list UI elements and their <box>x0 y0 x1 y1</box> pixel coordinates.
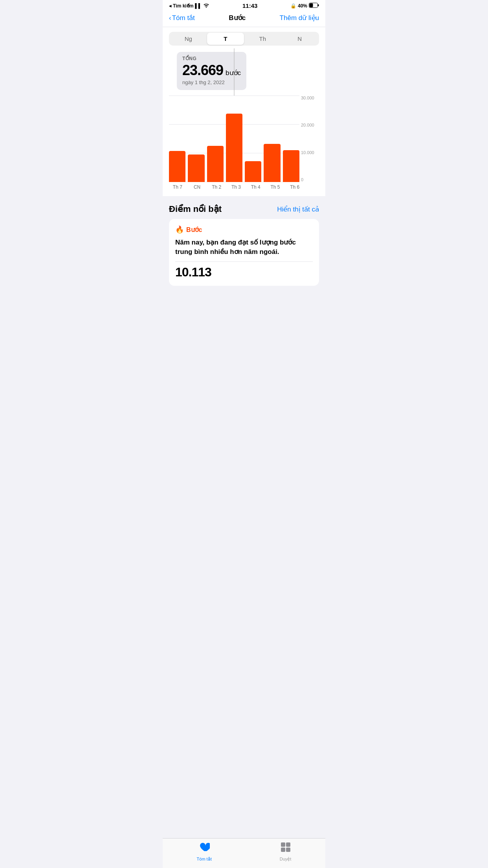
tooltip-number: 23.669 <box>182 62 223 79</box>
x-label-th5: Th 5 <box>267 184 284 190</box>
x-label-th4: Th 4 <box>247 184 264 190</box>
lock-icon: 🔒 <box>290 3 296 9</box>
tooltip-date: ngày 1 thg 2, 2022 <box>182 79 241 85</box>
bar-th3 <box>226 114 242 182</box>
status-right: 🔒 40% <box>290 3 319 9</box>
highlights-title: Điểm nổi bật <box>169 204 222 214</box>
bar-group-th3[interactable] <box>226 96 242 182</box>
bar-group-th7[interactable] <box>169 96 185 182</box>
page-content: Ng T Th N TỔNG 23.669 bước ngày 1 thg 2,… <box>163 27 325 317</box>
signal-icon: ▌▌ <box>195 3 202 9</box>
svg-rect-1 <box>318 4 319 6</box>
x-label-th6: Th 6 <box>286 184 303 190</box>
bar-th6 <box>283 150 299 182</box>
battery-percent: 40% <box>298 3 307 9</box>
status-carrier: Tìm kiếm <box>173 3 193 9</box>
show-all-button[interactable]: Hiển thị tất cả <box>277 205 319 213</box>
tooltip-label: TỔNG <box>182 56 241 61</box>
period-tabs: Ng T Th N <box>169 32 319 46</box>
bar-th5 <box>264 144 280 182</box>
svg-rect-2 <box>310 3 313 7</box>
bar-group-th6[interactable] <box>283 96 299 182</box>
wifi-icon <box>203 3 209 9</box>
highlights-section: Điểm nổi bật Hiển thị tất cả 🔥 Bước Năm … <box>163 196 325 286</box>
bars-wrapper <box>169 96 299 182</box>
bar-th7 <box>169 151 185 182</box>
status-left: ◂ Tìm kiếm ▌▌ <box>169 3 209 9</box>
bar-group-th5[interactable] <box>264 96 280 182</box>
y-label-20000: 20.000 <box>301 123 319 127</box>
tab-t[interactable]: T <box>207 33 244 45</box>
chart-tooltip: TỔNG 23.669 bước ngày 1 thg 2, 2022 <box>177 52 246 90</box>
bar-cn <box>188 154 204 182</box>
y-axis: 30.000 20.000 10.000 0 <box>299 96 319 182</box>
tab-th[interactable]: Th <box>244 33 281 45</box>
highlight-card-title: Bước <box>186 226 202 234</box>
highlight-number: 10.113 <box>175 265 313 280</box>
y-label-10000: 10.000 <box>301 150 319 155</box>
tab-ng[interactable]: Ng <box>170 33 207 45</box>
nav-bar: ‹ Tóm tắt Bước Thêm dữ liệu <box>163 11 325 27</box>
highlight-card-text: Năm nay, bạn đang đạt số lượng bước trun… <box>175 238 313 257</box>
period-selector: Ng T Th N <box>163 27 325 49</box>
highlights-header: Điểm nổi bật Hiển thị tất cả <box>169 204 319 214</box>
highlight-card: 🔥 Bước Năm nay, bạn đang đạt số lượng bư… <box>169 219 319 286</box>
chevron-left-icon: ◂ <box>169 3 171 9</box>
tooltip-value: 23.669 bước <box>182 62 241 79</box>
x-label-th3: Th 3 <box>227 184 245 190</box>
bar-th4 <box>245 161 261 182</box>
chart-container: 30.000 20.000 10.000 0 Th 7 CN Th 2 Th 3… <box>169 96 319 190</box>
x-label-th2: Th 2 <box>208 184 225 190</box>
bar-group-th2[interactable] <box>207 96 224 182</box>
bar-th2 <box>207 146 224 182</box>
highlight-card-header: 🔥 Bước <box>175 225 313 234</box>
back-label: Tóm tắt <box>172 14 195 22</box>
flame-icon: 🔥 <box>175 225 184 234</box>
tooltip-line <box>234 48 234 96</box>
tab-n[interactable]: N <box>281 33 319 45</box>
y-label-30000: 30.000 <box>301 96 319 100</box>
tooltip-unit: bước <box>226 69 241 77</box>
chart-section: TỔNG 23.669 bước ngày 1 thg 2, 2022 <box>163 49 325 196</box>
y-label-0: 0 <box>301 177 319 182</box>
back-button[interactable]: ‹ Tóm tắt <box>169 14 195 22</box>
highlight-divider <box>175 261 313 262</box>
page-title: Bước <box>229 14 246 22</box>
bars-area <box>169 96 299 182</box>
battery-icon <box>309 3 319 9</box>
bar-group-cn[interactable] <box>188 96 204 182</box>
x-label-cn: CN <box>189 184 206 190</box>
bar-group-th4[interactable] <box>245 96 261 182</box>
status-bar: ◂ Tìm kiếm ▌▌ 11:43 🔒 40% <box>163 0 325 11</box>
add-data-button[interactable]: Thêm dữ liệu <box>280 14 319 22</box>
chevron-back-icon: ‹ <box>169 14 171 22</box>
status-time: 11:43 <box>242 2 257 9</box>
x-label-th7: Th 7 <box>169 184 186 190</box>
x-axis: Th 7 CN Th 2 Th 3 Th 4 Th 5 Th 6 <box>169 184 319 190</box>
